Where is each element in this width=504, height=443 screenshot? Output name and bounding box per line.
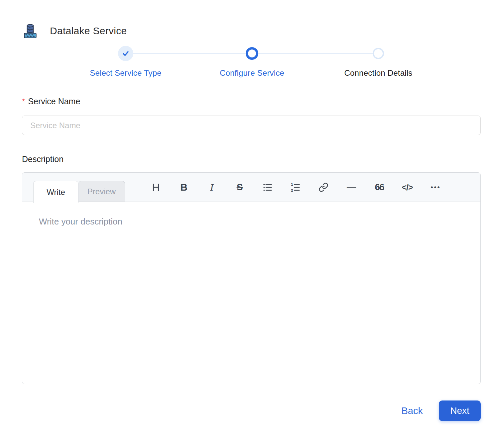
- service-name-label: * Service Name: [22, 97, 80, 106]
- step-completed-circle[interactable]: [118, 46, 133, 61]
- italic-icon[interactable]: I: [205, 179, 218, 195]
- wizard-stepper: Select Service Type Configure Service Co…: [63, 46, 441, 78]
- bullet-list-icon[interactable]: [261, 179, 274, 195]
- bold-icon[interactable]: B: [177, 179, 190, 195]
- tab-write[interactable]: Write: [33, 181, 78, 203]
- svg-text:2: 2: [291, 188, 293, 192]
- horizontal-rule-icon[interactable]: —: [345, 179, 358, 195]
- check-icon: [122, 49, 130, 57]
- page-title: Datalake Service: [50, 25, 127, 37]
- step-pending-circle[interactable]: [373, 48, 384, 59]
- datalake-icon: [22, 23, 39, 39]
- description-editor: Write Preview H B I S 1 2: [22, 172, 481, 384]
- footer-actions: Back Next: [402, 400, 481, 421]
- page-header: Datalake Service: [22, 23, 127, 39]
- ordered-list-icon[interactable]: 1 2: [289, 179, 302, 195]
- code-icon[interactable]: </>: [401, 179, 414, 195]
- heading-icon[interactable]: H: [149, 179, 163, 195]
- description-textarea[interactable]: [22, 202, 480, 384]
- svg-text:1: 1: [291, 182, 293, 186]
- step-active-circle[interactable]: [246, 47, 258, 60]
- required-asterisk: *: [22, 97, 25, 106]
- step-label-select-service-type[interactable]: Select Service Type: [63, 68, 189, 78]
- step-label-configure-service[interactable]: Configure Service: [189, 68, 315, 78]
- quote-icon[interactable]: 66: [373, 179, 386, 195]
- step-label-connection-details[interactable]: Connection Details: [315, 68, 441, 78]
- service-name-input[interactable]: [22, 116, 481, 135]
- back-button[interactable]: Back: [402, 405, 423, 416]
- editor-tabs: Write Preview: [33, 181, 125, 203]
- toolbar-buttons: H B I S 1 2: [149, 173, 442, 202]
- description-label: Description: [22, 154, 63, 164]
- strikethrough-icon[interactable]: S: [233, 179, 246, 195]
- next-button[interactable]: Next: [439, 400, 481, 421]
- editor-toolbar: Write Preview H B I S 1 2: [22, 173, 480, 202]
- more-options-icon[interactable]: •••: [429, 179, 442, 195]
- tab-preview[interactable]: Preview: [78, 181, 125, 202]
- link-icon[interactable]: [317, 179, 330, 195]
